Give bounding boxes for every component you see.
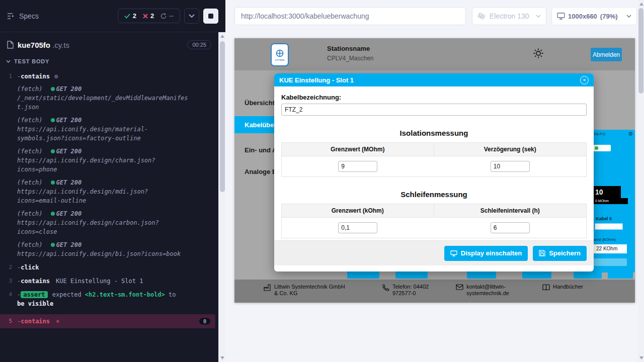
collapse-reporter-button[interactable]: [184, 9, 199, 24]
insulation-heading: Isolationsmessung: [281, 129, 587, 137]
slot-button[interactable]: [347, 270, 379, 279]
command-assert[interactable]: 4 -assert expected <h2.text-sm.font-bold…: [0, 290, 218, 308]
nav-item-analog-inputs[interactable]: Analoge Ei: [245, 168, 278, 175]
scrollbar-thumb[interactable]: [220, 41, 225, 192]
slot-gear-icon[interactable]: ⚙: [628, 131, 633, 137]
command-contains-2[interactable]: 3 -containsKUE Einstellung - Slot 1: [0, 277, 218, 286]
command-method: contains: [21, 278, 50, 285]
browser-selector[interactable]: Electron 130: [472, 7, 546, 25]
logo-glyph-icon: [275, 49, 284, 58]
limit-mohm-input[interactable]: [338, 161, 377, 172]
test-body-label: TEST BODY: [14, 58, 49, 64]
slot-button[interactable]: [574, 270, 602, 279]
slot-button[interactable]: [467, 270, 496, 279]
col-header-limit-kohm: Grenzwert (kOhm): [282, 204, 434, 217]
modal-body: Kabelbezeichnung: Isolationsmessung Gren…: [274, 86, 594, 245]
logout-button[interactable]: Abmelden: [591, 48, 622, 61]
viewport-monitor-icon: [557, 13, 565, 20]
specs-menu-icon: [7, 13, 15, 20]
command-method: click: [21, 264, 39, 271]
littwin-logo: LITTWIN: [271, 43, 289, 66]
limit-kohm-input[interactable]: [338, 222, 377, 233]
command-number: 2: [0, 263, 17, 272]
resistance-value: 22 KOhm: [594, 244, 627, 253]
chevron-down-icon: [189, 14, 195, 18]
save-button[interactable]: Speichern: [533, 246, 587, 261]
loop-table: Grenzwert (kOhm) Schleifenintervall (h): [281, 204, 587, 238]
chevron-down-icon: [626, 15, 631, 18]
fetch-log-entry: (fetch)GET 200 https://api.iconify.desig…: [17, 209, 191, 236]
loop-interval-input[interactable]: [491, 222, 530, 233]
spec-extension: .cy.ts: [52, 41, 69, 49]
status-ok-dot: [51, 212, 55, 216]
cable-designation-input[interactable]: [281, 104, 587, 116]
scroll-up-arrow[interactable]: [639, 3, 643, 6]
command-contains-1[interactable]: 1 -contains⚙: [0, 72, 218, 81]
footer-manuals[interactable]: Handbücher: [542, 284, 583, 291]
modal-footer: Display einschalten Speichern: [274, 240, 594, 265]
url-input[interactable]: [234, 7, 466, 25]
command-contains-failed[interactable]: 5 -contains× 0: [0, 314, 215, 328]
kue-slot-card: 705-FO ⚙ 10 0 MOhm Kabel 5 ansl (kOhm) 2…: [589, 130, 635, 273]
spec-file-icon: [7, 41, 14, 49]
fetch-url: https://api.iconify.design/mdi.json?icon…: [17, 187, 191, 205]
retry-count-badge: 0: [199, 318, 210, 325]
scroll-up-arrow[interactable]: [220, 35, 224, 38]
viewport-selector[interactable]: 1000x660 (79%): [551, 7, 637, 25]
slot-button[interactable]: [522, 270, 551, 279]
viewport-zoom: (79%): [600, 13, 618, 20]
fetch-url: /_next/static/development/_devMiddleware…: [17, 94, 191, 112]
status-ok-dot: [51, 87, 55, 91]
command-message: KUE Einstellung - Slot 1: [56, 278, 143, 285]
command-number: 1: [0, 72, 17, 81]
window-scrollbar[interactable]: [638, 0, 644, 362]
status-chip: [593, 145, 611, 151]
modal-title: KUE Einstellung - Slot 1: [279, 76, 354, 84]
fetch-url: https://api.iconify.design/material-symb…: [17, 125, 191, 143]
cable-name-input[interactable]: [595, 223, 623, 230]
email-icon: [456, 284, 463, 290]
pending-refresh-icon: [160, 13, 167, 19]
spec-name: kue705fo: [18, 41, 50, 49]
reporter-header: Specs 2 2 --: [0, 0, 225, 32]
command-method: contains: [21, 318, 50, 325]
viewport-size: 1000x660: [568, 13, 597, 20]
spec-file-row[interactable]: kue705fo .cy.ts 00:25: [0, 32, 218, 53]
loop-heading: Schleifenmessung: [281, 190, 587, 199]
nav-item-overview[interactable]: Übersicht: [245, 99, 275, 107]
aut-frame: LITTWIN Stationsname CPLV4_Maschen Abmel…: [234, 38, 635, 303]
command-click[interactable]: 2 -click: [0, 263, 218, 272]
fetch-log-entry: (fetch)GET 200 https://api.iconify.desig…: [17, 116, 191, 143]
command-number: 4: [0, 290, 17, 308]
slot-button[interactable]: [608, 270, 633, 279]
fetch-log-entry: (fetch)GET 200 https://api.iconify.desig…: [17, 147, 191, 174]
device-label: 705-FO: [592, 132, 605, 136]
app-header: LITTWIN Stationsname CPLV4_Maschen Abmel…: [234, 38, 635, 70]
stat-passed: 2: [124, 12, 136, 20]
fetch-log-entry: (fetch)GET 200 /_next/static/development…: [17, 84, 191, 112]
display-icon: [450, 250, 457, 256]
test-body-toggle[interactable]: TEST BODY: [0, 53, 218, 65]
display-on-button[interactable]: Display einschalten: [444, 246, 528, 261]
modal-close-button[interactable]: ×: [580, 76, 589, 84]
settings-gear-icon[interactable]: [532, 47, 544, 59]
scroll-down-arrow[interactable]: [220, 356, 224, 359]
delay-sec-input[interactable]: [491, 161, 530, 172]
command-number: 3: [0, 277, 17, 286]
specs-menu-button[interactable]: Specs: [7, 12, 39, 20]
reporter-scrollbar[interactable]: [218, 32, 225, 362]
status-ok-dot: [51, 180, 55, 185]
cable-label: Kabel 5: [596, 216, 612, 221]
assert-badge: assert: [21, 291, 47, 298]
command-options-gear-icon: ⚙: [54, 73, 58, 80]
scroll-down-arrow[interactable]: [639, 356, 643, 359]
scrollbar-thumb[interactable]: [638, 8, 643, 94]
slot-button[interactable]: [395, 270, 428, 279]
test-stats: 2 2 --: [118, 9, 180, 23]
slot-action-button[interactable]: [594, 258, 627, 266]
status-ok-dot: [595, 146, 598, 150]
assert-selector: <h2.text-sm.font-bold>: [85, 291, 165, 298]
modal-title-bar: KUE Einstellung - Slot 1 ×: [274, 73, 594, 86]
stop-run-button[interactable]: [203, 9, 218, 24]
fetch-url: https://api.iconify.design/charm.json?ic…: [17, 156, 191, 174]
